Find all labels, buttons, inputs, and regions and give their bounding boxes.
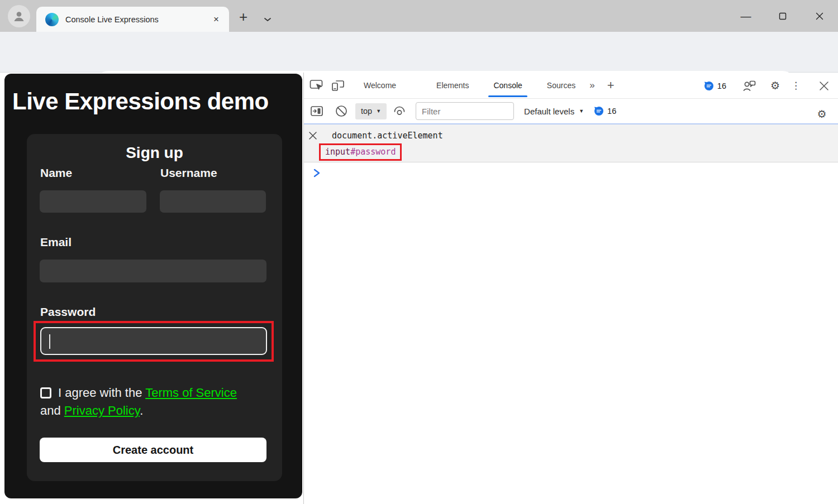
issues-count: 16	[717, 81, 726, 90]
devtools-tab-sources[interactable]: Sources	[539, 73, 584, 98]
agree-text-middle: and	[40, 404, 64, 417]
profile-avatar[interactable]	[8, 5, 30, 27]
browser-toolbar: https://microsoftedge.github.io/Demos/de…	[0, 32, 838, 73]
console-filter-input[interactable]	[416, 102, 514, 120]
page-viewport: Live Expressions demo Sign up Name Usern…	[0, 73, 303, 504]
devtools-actions: 16 ⚙ ⋮	[704, 73, 834, 99]
context-selector-value: top	[361, 107, 372, 116]
context-selector[interactable]: top ▼	[355, 103, 387, 119]
levels-dropdown-icon: ▼	[579, 108, 584, 114]
live-expression-row: document.activeElement input#password	[304, 123, 838, 162]
devtools-settings-icon[interactable]: ⚙	[770, 79, 780, 92]
new-tab-button[interactable]: +	[239, 11, 247, 22]
window-controls: —	[727, 0, 838, 32]
console-prompt[interactable]	[304, 162, 838, 185]
devtools-menu-icon[interactable]: ⋮	[791, 80, 801, 92]
username-input[interactable]	[160, 190, 266, 213]
agree-text-suffix: .	[140, 404, 143, 417]
context-dropdown-icon: ▼	[376, 108, 381, 114]
edge-logo-icon	[45, 13, 59, 26]
content-area: Live Expressions demo Sign up Name Usern…	[0, 73, 838, 504]
console-messages-badge[interactable]: 16	[594, 106, 616, 116]
tab-list-chevron-icon[interactable]	[264, 15, 272, 25]
terms-link[interactable]: Terms of Service	[145, 386, 237, 400]
log-levels-selector[interactable]: Default levels ▼	[524, 107, 584, 116]
console-toolbar: top ▼ Default levels ▼ 16 ⚙	[304, 99, 838, 123]
minimize-button[interactable]: —	[727, 10, 764, 22]
remove-live-expression-icon[interactable]	[308, 131, 318, 143]
log-levels-label: Default levels	[524, 107, 574, 116]
maximize-button[interactable]	[764, 10, 801, 22]
add-devtools-tab-icon[interactable]: +	[607, 78, 615, 93]
name-input[interactable]	[40, 190, 146, 213]
inspect-element-icon[interactable]	[307, 76, 326, 95]
console-output-area[interactable]	[304, 185, 838, 504]
clear-console-icon[interactable]	[333, 103, 350, 119]
privacy-link[interactable]: Privacy Policy	[64, 404, 140, 417]
close-window-button[interactable]	[801, 10, 838, 22]
signup-form: Sign up Name Username Email Password I a…	[27, 134, 282, 481]
console-sidebar-toggle-icon[interactable]	[308, 103, 325, 119]
message-bubble-icon	[704, 81, 714, 91]
live-expression-code[interactable]: document.activeElement	[332, 131, 443, 141]
console-messages-count: 16	[607, 107, 616, 116]
agree-row: I agree with the Terms of Service and Pr…	[40, 384, 269, 420]
username-label: Username	[160, 166, 217, 180]
prompt-chevron-icon	[313, 168, 321, 180]
demo-page-container: Live Expressions demo Sign up Name Usern…	[4, 74, 302, 498]
email-label: Email	[40, 236, 72, 249]
email-input[interactable]	[40, 260, 266, 282]
browser-tab[interactable]: Console Live Expressions ×	[36, 7, 229, 32]
devtools-tab-bar: Welcome Elements Console Sources » + 16 …	[304, 73, 838, 99]
browser-window: Console Live Expressions × + — https://m…	[0, 0, 838, 504]
agree-text-prefix: I agree with the	[58, 386, 145, 400]
tab-close-icon[interactable]: ×	[210, 13, 222, 26]
devtools-tab-elements[interactable]: Elements	[428, 73, 477, 98]
issues-badge[interactable]: 16	[704, 81, 726, 91]
password-label: Password	[40, 305, 96, 319]
tab-title: Console Live Expressions	[65, 15, 210, 24]
create-live-expression-icon[interactable]	[391, 103, 408, 119]
agree-checkbox[interactable]	[40, 387, 51, 399]
devtools-panel: Welcome Elements Console Sources » + 16 …	[303, 73, 838, 504]
page-title: Live Expressions demo	[12, 88, 294, 115]
console-settings-icon[interactable]: ⚙	[813, 105, 830, 122]
tab-strip: Console Live Expressions × + —	[0, 0, 838, 32]
create-account-button[interactable]: Create account	[40, 438, 266, 462]
name-label: Name	[40, 166, 72, 180]
password-annotation-box	[34, 321, 274, 362]
result-annotation-box: input#password	[319, 143, 402, 161]
devtools-tab-console[interactable]: Console	[485, 73, 530, 98]
form-title: Sign up	[27, 144, 282, 162]
message-bubble-icon	[594, 106, 604, 116]
feedback-icon[interactable]	[740, 76, 759, 95]
close-devtools-icon[interactable]	[815, 76, 834, 95]
result-element-id[interactable]: #password	[350, 147, 396, 157]
devtools-tab-welcome[interactable]: Welcome	[355, 73, 404, 98]
device-emulation-icon[interactable]	[328, 76, 347, 95]
more-tabs-icon[interactable]: »	[589, 80, 594, 91]
result-element-tag[interactable]: input	[325, 147, 350, 157]
